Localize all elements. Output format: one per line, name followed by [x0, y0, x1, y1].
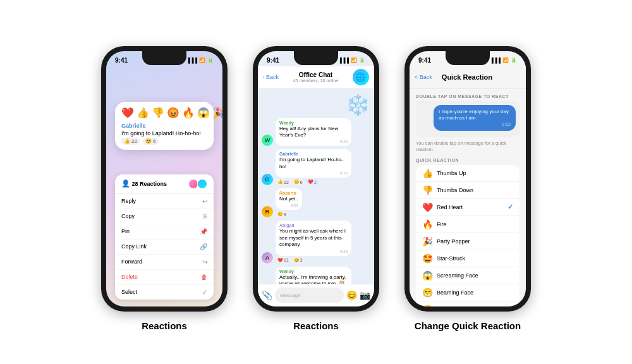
wifi-icon3: 📶: [502, 58, 509, 63]
phone2-notch: [294, 51, 338, 65]
menu-select[interactable]: Select ✓: [115, 285, 214, 300]
avatar-roberto: R: [262, 206, 273, 217]
reaction-party-name: Party Popper: [437, 238, 470, 245]
section-quick: QUICK REACTION: [416, 158, 520, 162]
reaction-beam-name: Beaming Face: [437, 289, 473, 296]
chat-group-avatar[interactable]: 🌐: [353, 69, 369, 85]
menu-pin[interactable]: Pin 📌: [115, 224, 214, 240]
phone1-notch: [142, 51, 186, 65]
reaction-party[interactable]: 🎉 Party Popper: [416, 233, 520, 250]
emoji-party[interactable]: 🎉: [212, 107, 222, 119]
chat-name: Office Chat: [293, 71, 338, 78]
time-gabrielle: 9:23: [279, 171, 348, 175]
delete-icon: 🗑: [201, 274, 207, 281]
forward-icon: ↪: [202, 258, 207, 265]
time-roberto: 9:23: [279, 203, 298, 207]
react-smile[interactable]: 😊6: [292, 179, 305, 185]
bubble-abigail: Abigail You might as well ask where I se…: [276, 221, 351, 255]
copy-label: Copy: [121, 213, 135, 219]
emoji-fire-icon: 🔥: [422, 219, 433, 229]
chat-header: ‹ Back Office Chat 45 members, 20 online…: [258, 66, 374, 89]
reaction-thumbsup[interactable]: 👍 Thumbs Up: [416, 165, 520, 182]
nav-back-button[interactable]: < Back: [415, 74, 432, 80]
emoji-fire[interactable]: 🔥: [182, 107, 195, 119]
pin-icon: 📌: [200, 228, 207, 235]
text-gabrielle: I'm going to Lapland! Ho-ho-ho!: [279, 157, 348, 170]
reaction-badge-thumbs[interactable]: 👍 22: [121, 138, 140, 145]
reaction-thumbsup-left: 👍 Thumbs Up: [422, 168, 466, 178]
chat-input[interactable]: Message: [275, 288, 344, 303]
camera-icon[interactable]: 📷: [360, 290, 370, 300]
emoji-thumbsdown[interactable]: 👎: [152, 107, 164, 119]
menu-forward[interactable]: Forward ↪: [115, 255, 214, 270]
emoji-heart-icon: ❤️: [422, 202, 433, 212]
battery-icon3: 🔋: [511, 58, 517, 63]
reaction-fire-left: 🔥 Fire: [422, 219, 447, 229]
reaction-beaming[interactable]: 😁 Beaming Face: [416, 284, 520, 301]
copy-icon: ⎘: [204, 213, 207, 220]
phone1-screen: 9:41 ▐▐▐ 📶 🔋 ❤️ 👍 👎 😡 🔥 �: [106, 51, 222, 306]
phone3-screen: 9:41 ▐▐▐ 📶 🔋 < Back Quick Reaction DOUBL…: [410, 51, 526, 306]
emoji-scream[interactable]: 😱: [197, 107, 210, 119]
reaction-badge-smile[interactable]: 😊 6: [143, 138, 158, 145]
signal-icon: ▐▐▐: [186, 58, 197, 63]
bubble-gabrielle: Gabrielle I'm going to Lapland! Ho-ho-ho…: [276, 149, 351, 178]
reaction-screaming[interactable]: 😱 Screaming Face: [416, 267, 520, 284]
react-heart[interactable]: ❤️1: [306, 179, 319, 185]
reaction-fire[interactable]: 🔥 Fire: [416, 216, 520, 233]
phone2-container: 9:41 ▐▐▐ 📶 🔋 ‹ Back Office Chat 45 membe…: [253, 46, 379, 331]
smile-count: 6: [153, 138, 155, 144]
chat-title: Office Chat 45 members, 20 online: [293, 71, 338, 83]
emoji-thumbsdown-icon: 👎: [422, 185, 433, 195]
signal-icon3: ▐▐▐: [490, 58, 501, 63]
context-menu-header: 👤 28 Reactions: [115, 174, 214, 194]
thumbs-emoji: 👍: [124, 138, 130, 144]
phone2-label: Reactions: [293, 320, 339, 331]
msg-author: Gabrielle: [121, 123, 207, 129]
smile-emoji: 😊: [145, 138, 152, 144]
reaction-scream-left: 😱 Screaming Face: [422, 270, 478, 281]
selected-check-icon: ✓: [507, 203, 513, 211]
chat-sub: 45 members, 20 online: [293, 78, 338, 83]
back-button[interactable]: ‹ Back: [263, 74, 279, 80]
reaction-crying[interactable]: 😢 Crying Face: [416, 301, 520, 306]
sticker-icon[interactable]: 😊: [346, 290, 357, 300]
chat-msg-roberto: R Roberto Not yet.. 9:23 😊9: [262, 188, 370, 217]
reaction-starstruck[interactable]: 🤩 Star-Struck: [416, 250, 520, 267]
react-ab-smile[interactable]: 😊3: [292, 257, 305, 264]
react-ab-heart[interactable]: ❤️11: [276, 257, 291, 264]
chat-msg-abigail: A Abigail You might as well ask where I …: [262, 221, 370, 263]
nav-header: < Back Quick Reaction: [410, 66, 526, 89]
copylink-label: Copy Link: [121, 243, 147, 250]
chat-msg-wendy: W Wendy Hey all! Any plans for New Year'…: [262, 118, 370, 147]
reaction-thumbsdown[interactable]: 👎 Thumbs Down: [416, 182, 520, 199]
reaction-bubble: ❤️ 👍 👎 😡 🔥 😱 🎉 Gabrielle I'm going to La…: [115, 102, 214, 150]
emoji-thumbsup[interactable]: 👍: [137, 107, 149, 119]
menu-copylink[interactable]: Copy Link 🔗: [115, 240, 214, 255]
react-thumbs[interactable]: 👍22: [276, 179, 291, 185]
reaction-thumbsdown-name: Thumbs Down: [437, 187, 473, 193]
emoji-scream-icon: 😱: [422, 270, 433, 281]
reaction-redheart[interactable]: ❤️ Red Heart ✓: [416, 199, 520, 216]
react-roberto-smile[interactable]: 😊9: [276, 211, 288, 217]
phone2-status-icons: ▐▐▐ 📶 🔋: [338, 58, 365, 63]
phones-row: 9:41 ▐▐▐ 📶 🔋 ❤️ 👍 👎 😡 🔥 �: [88, 33, 544, 331]
preview-time: 9:23: [439, 121, 511, 127]
menu-reply[interactable]: Reply ↩: [115, 194, 214, 209]
reaction-emojis-row: ❤️ 👍 👎 😡 🔥 😱 🎉: [121, 107, 207, 119]
attach-icon[interactable]: 📎: [262, 290, 272, 300]
link-icon: 🔗: [200, 243, 207, 250]
menu-delete[interactable]: Delete 🗑: [115, 270, 214, 285]
author-wendy2: Wendy: [279, 269, 348, 274]
select-label: Select: [121, 289, 137, 295]
roberto-reactions: 😊9: [276, 211, 302, 217]
time-wendy: 9:23: [279, 140, 348, 143]
snowflake-sticker: ❄️: [262, 93, 370, 117]
menu-copy[interactable]: Copy ⎘: [115, 209, 214, 224]
reactions-count: 👤 28 Reactions: [121, 179, 167, 188]
emoji-heart[interactable]: ❤️: [121, 107, 134, 119]
preview-area: I hope you're enjoying your day as much …: [416, 101, 520, 138]
gabrielle-reactions: 👍22 😊6 ❤️1: [276, 179, 351, 185]
reply-icon: ↩: [202, 198, 207, 205]
emoji-angry[interactable]: 😡: [167, 107, 179, 119]
